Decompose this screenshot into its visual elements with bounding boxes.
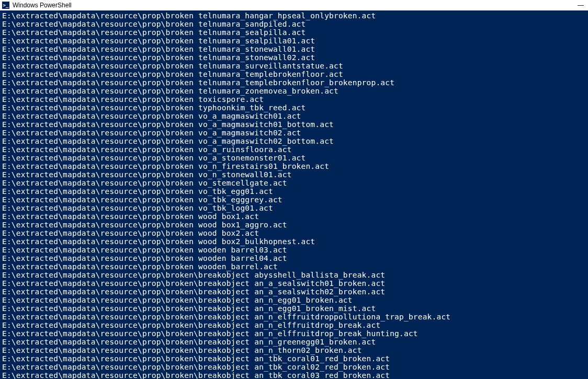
output-line: E:\extracted\mapdata\resource\prop\broke… — [2, 53, 586, 62]
output-line: E:\extracted\mapdata\resource\prop\broke… — [2, 45, 586, 53]
output-line: E:\extracted\mapdata\resource\prop\broke… — [2, 313, 586, 321]
output-line: E:\extracted\mapdata\resource\prop\broke… — [2, 329, 586, 338]
output-line: E:\extracted\mapdata\resource\prop\broke… — [2, 296, 586, 304]
output-line: E:\extracted\mapdata\resource\prop\broke… — [2, 204, 586, 212]
output-line: E:\extracted\mapdata\resource\prop\broke… — [2, 187, 586, 196]
output-line: E:\extracted\mapdata\resource\prop\broke… — [2, 137, 586, 145]
output-line: E:\extracted\mapdata\resource\prop\broke… — [2, 154, 586, 162]
output-line: E:\extracted\mapdata\resource\prop\broke… — [2, 112, 586, 120]
output-line: E:\extracted\mapdata\resource\prop\broke… — [2, 62, 586, 70]
output-line: E:\extracted\mapdata\resource\prop\broke… — [2, 70, 586, 78]
output-line: E:\extracted\mapdata\resource\prop\broke… — [2, 162, 586, 170]
output-line: E:\extracted\mapdata\resource\prop\broke… — [2, 145, 586, 154]
output-line: E:\extracted\mapdata\resource\prop\broke… — [2, 95, 586, 104]
output-line: E:\extracted\mapdata\resource\prop\broke… — [2, 120, 586, 129]
output-line: E:\extracted\mapdata\resource\prop\broke… — [2, 37, 586, 45]
output-line: E:\extracted\mapdata\resource\prop\broke… — [2, 12, 586, 20]
output-line: E:\extracted\mapdata\resource\prop\broke… — [2, 288, 586, 296]
powershell-icon: >_ — [2, 2, 9, 9]
output-line: E:\extracted\mapdata\resource\prop\broke… — [2, 304, 586, 313]
output-line: E:\extracted\mapdata\resource\prop\broke… — [2, 28, 586, 37]
window-controls: — — [578, 2, 586, 8]
output-line: E:\extracted\mapdata\resource\prop\broke… — [2, 196, 586, 204]
titlebar-left: >_ Windows PowerShell — [2, 2, 72, 9]
output-line: E:\extracted\mapdata\resource\prop\broke… — [2, 338, 586, 346]
output-line: E:\extracted\mapdata\resource\prop\broke… — [2, 271, 586, 279]
terminal-output[interactable]: E:\extracted\mapdata\resource\prop\broke… — [0, 10, 588, 379]
output-line: E:\extracted\mapdata\resource\prop\broke… — [2, 20, 586, 28]
output-line: E:\extracted\mapdata\resource\prop\broke… — [2, 354, 586, 363]
output-line: E:\extracted\mapdata\resource\prop\broke… — [2, 371, 586, 379]
output-line: E:\extracted\mapdata\resource\prop\broke… — [2, 254, 586, 262]
window-title: Windows PowerShell — [13, 2, 72, 9]
output-line: E:\extracted\mapdata\resource\prop\broke… — [2, 104, 586, 112]
output-line: E:\extracted\mapdata\resource\prop\broke… — [2, 246, 586, 254]
output-line: E:\extracted\mapdata\resource\prop\broke… — [2, 321, 586, 329]
output-line: E:\extracted\mapdata\resource\prop\broke… — [2, 170, 586, 179]
output-line: E:\extracted\mapdata\resource\prop\broke… — [2, 221, 586, 229]
output-line: E:\extracted\mapdata\resource\prop\broke… — [2, 129, 586, 137]
output-line: E:\extracted\mapdata\resource\prop\broke… — [2, 179, 586, 187]
titlebar[interactable]: >_ Windows PowerShell — — [0, 0, 588, 10]
output-line: E:\extracted\mapdata\resource\prop\broke… — [2, 363, 586, 371]
output-line: E:\extracted\mapdata\resource\prop\broke… — [2, 87, 586, 95]
output-line: E:\extracted\mapdata\resource\prop\broke… — [2, 229, 586, 237]
output-line: E:\extracted\mapdata\resource\prop\broke… — [2, 78, 586, 87]
output-line: E:\extracted\mapdata\resource\prop\broke… — [2, 279, 586, 288]
output-line: E:\extracted\mapdata\resource\prop\broke… — [2, 346, 586, 354]
output-line: E:\extracted\mapdata\resource\prop\broke… — [2, 237, 586, 246]
output-line: E:\extracted\mapdata\resource\prop\broke… — [2, 262, 586, 271]
output-line: E:\extracted\mapdata\resource\prop\broke… — [2, 212, 586, 221]
minimize-button[interactable]: — — [578, 2, 584, 8]
